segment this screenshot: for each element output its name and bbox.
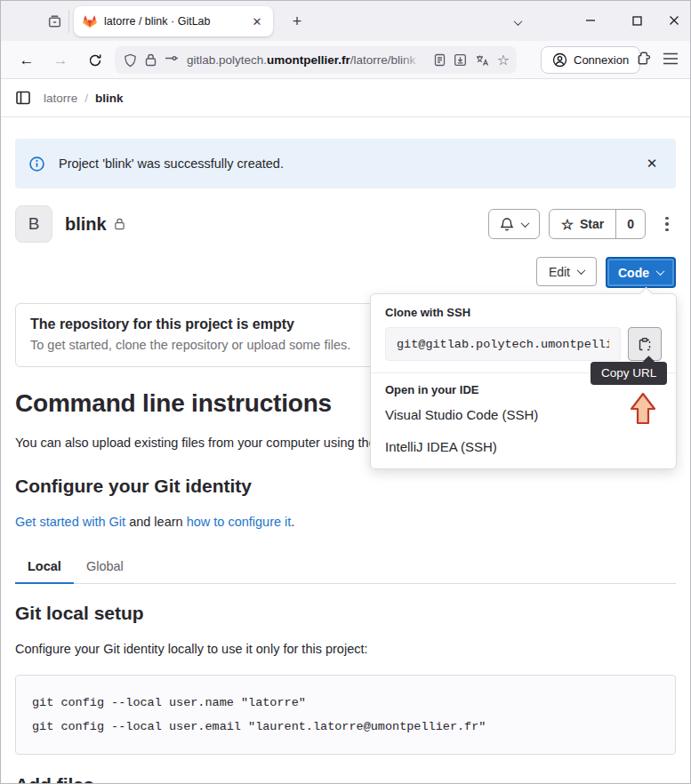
tab-local[interactable]: Local [15, 551, 74, 583]
copy-url-button[interactable] [628, 327, 662, 361]
chevron-down-icon [520, 219, 529, 228]
cursor-pointer-graphic [627, 391, 659, 432]
tracking-shield-icon[interactable] [124, 53, 137, 68]
get-started-link[interactable]: Get started with Git [15, 515, 125, 529]
breadcrumb: latorre / blink [44, 92, 124, 105]
chevron-down-icon [656, 267, 665, 276]
star-button[interactable]: ☆Star [550, 216, 616, 233]
menu-item-vscode-ssh[interactable]: Visual Studio Code (SSH) [385, 399, 662, 431]
firefox-view-icon[interactable] [44, 11, 65, 32]
reader-mode-icon[interactable] [434, 53, 446, 67]
new-tab-button[interactable]: + [285, 10, 309, 33]
minimize-button[interactable] [577, 8, 604, 33]
browser-window: latorre / blink · GitLab ✕ + ← → [0, 0, 691, 784]
add-files-heading: Add files [15, 774, 676, 784]
account-icon [552, 52, 567, 68]
menu-hamburger-icon[interactable] [663, 52, 679, 69]
breadcrumb-project-link[interactable]: blink [95, 92, 124, 105]
star-button-group: ☆Star 0 [549, 209, 646, 239]
success-alert: Project 'blink' was successfully created… [15, 139, 676, 188]
bell-icon [500, 217, 514, 232]
url-fade [401, 53, 426, 67]
save-page-icon[interactable] [454, 53, 467, 67]
list-all-tabs-icon[interactable] [515, 13, 521, 29]
tab-global[interactable]: Global [74, 551, 136, 583]
edit-dropdown-button[interactable]: Edit [536, 257, 597, 286]
ssh-url-input[interactable] [385, 327, 621, 361]
project-header: B blink ☆Star 0 [15, 205, 676, 243]
how-to-configure-link[interactable]: how to configure it [187, 515, 292, 529]
scope-tabs: Local Global [15, 551, 676, 584]
forward-button[interactable]: → [49, 49, 72, 72]
titlebar-separator [68, 10, 69, 33]
code-dropdown-button[interactable]: Code [606, 257, 676, 288]
bookmark-star-icon[interactable]: ☆ [497, 52, 510, 68]
ide-heading: Open in your IDE [385, 383, 662, 396]
notifications-button[interactable] [488, 209, 540, 239]
identity-text: Get started with Git and learn how to co… [15, 513, 676, 532]
extensions-icon[interactable] [636, 50, 653, 70]
clipboard-copy-icon [638, 337, 652, 352]
clone-ssh-heading: Clone with SSH [385, 306, 662, 319]
star-icon: ☆ [561, 216, 574, 233]
browser-tab[interactable]: latorre / blink · GitLab ✕ [74, 6, 273, 36]
sidebar-toggle-icon[interactable] [15, 90, 31, 106]
alert-close-icon[interactable]: ✕ [642, 154, 662, 173]
star-count[interactable]: 0 [615, 210, 645, 238]
close-window-button[interactable] [661, 8, 687, 33]
local-setup-heading: Git local setup [15, 603, 676, 624]
identity-heading: Configure your Git identity [15, 476, 676, 497]
project-title: blink [65, 214, 107, 235]
ssh-url-row [385, 327, 662, 361]
chevron-down-icon [577, 266, 586, 275]
url-text: gitlab.polytech.umontpellier.fr/latorre/… [187, 53, 426, 67]
code-line: git config --local user.email "laurent.l… [32, 720, 486, 733]
gitlab-topbar: latorre / blink [1, 79, 690, 117]
code-line: git config --local user.name "latorre" [32, 696, 306, 709]
project-actions: ☆Star 0 [488, 209, 676, 239]
reload-button[interactable] [84, 49, 107, 72]
maximize-button[interactable] [623, 8, 650, 33]
gitlab-favicon [83, 15, 97, 28]
more-actions-button[interactable] [658, 217, 676, 232]
connexion-button[interactable]: Connexion [541, 46, 640, 74]
url-bar[interactable]: gitlab.polytech.umontpellier.fr/latorre/… [115, 46, 517, 74]
tab-title: latorre / blink · GitLab [104, 15, 248, 28]
alert-message: Project 'blink' was successfully created… [59, 156, 628, 171]
project-avatar: B [15, 205, 52, 243]
lock-icon[interactable] [145, 53, 157, 67]
copy-url-tooltip: Copy URL [591, 362, 667, 385]
tab-close-icon[interactable]: ✕ [248, 12, 266, 30]
repo-action-row: Edit Code [15, 257, 676, 288]
connexion-label: Connexion [574, 53, 629, 67]
menu-item-intellij-ssh[interactable]: IntelliJ IDEA (SSH) [385, 431, 662, 463]
browser-toolbar: ← → gitlab.polytech.umontpellier.fr/lato… [1, 41, 690, 79]
visibility-lock-icon [114, 218, 125, 230]
breadcrumb-group-link[interactable]: latorre [44, 92, 77, 105]
local-setup-text: Configure your Git identity locally to u… [15, 640, 676, 659]
back-button[interactable]: ← [15, 49, 38, 72]
info-icon [29, 156, 44, 172]
permissions-icon[interactable] [165, 55, 179, 66]
translate-icon[interactable] [475, 54, 489, 67]
browser-titlebar: latorre / blink · GitLab ✕ + [1, 1, 690, 41]
git-config-code-block: git config --local user.name "latorre" g… [15, 675, 676, 755]
breadcrumb-separator: / [84, 92, 88, 105]
